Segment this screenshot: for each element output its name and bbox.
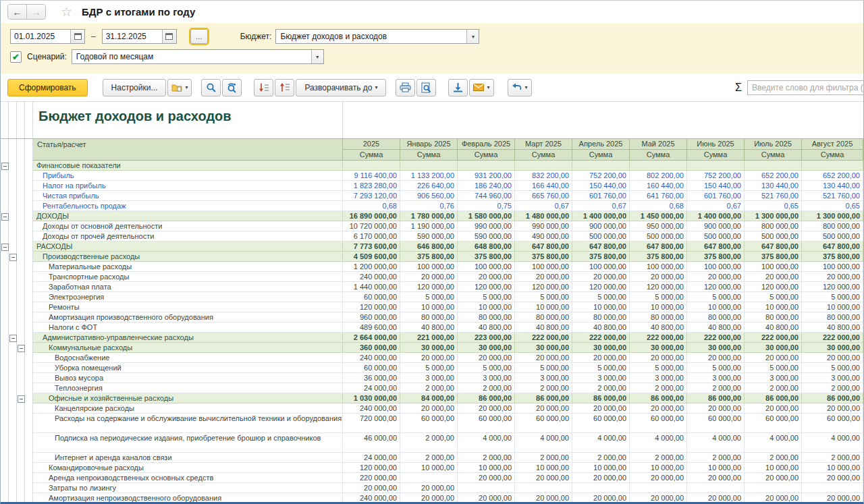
scenario-dropdown-button[interactable]: ▾ — [311, 50, 323, 63]
mail-button[interactable]: ▾ — [469, 79, 493, 96]
cell-value: 16 890 000,00 — [343, 211, 400, 221]
cell-value: 80 000,00 — [687, 312, 745, 323]
search-next-button[interactable] — [222, 79, 242, 96]
cell-value: 150 440,00 — [687, 181, 745, 191]
cell-value — [687, 161, 745, 171]
cell-value: 1 480 000,00 — [515, 211, 572, 221]
collapse-expander-icon[interactable] — [1, 244, 9, 251]
cell-value: 120 000,00 — [687, 282, 745, 292]
filter-panel: – ... Бюджет: ▾ ✔ Сценарий: ▾ — [1, 23, 863, 74]
tree-gutter — [1, 353, 9, 363]
collapse-expander-icon[interactable] — [9, 254, 17, 261]
collapse-expander-icon[interactable] — [9, 335, 17, 342]
row-label[interactable]: Налог на прибыль — [33, 181, 343, 191]
report-variants-button[interactable]: ▾ — [167, 79, 192, 96]
save-button[interactable] — [448, 79, 468, 96]
tree-gutter — [17, 414, 25, 433]
cell-value: 5 000,00 — [687, 292, 745, 302]
date-to-input[interactable] — [103, 30, 162, 43]
row-label: Водоснабжение — [33, 353, 343, 363]
date-from-input[interactable] — [11, 30, 70, 43]
col-subheader: Сумма — [515, 150, 572, 161]
table-row: Расходы на содержание и обслуживание выч… — [1, 414, 863, 433]
date-to-calendar-button[interactable] — [162, 30, 176, 43]
scenario-input[interactable] — [72, 50, 311, 63]
tree-gutter — [25, 312, 33, 323]
scenario-checkbox[interactable]: ✔ — [10, 51, 22, 63]
cell-value: 60 000,00 — [802, 414, 863, 433]
tree-gutter — [9, 414, 17, 433]
cell-value: 489 600,00 — [343, 323, 400, 333]
cell-value: 20 000,00 — [630, 473, 687, 483]
cell-value: 86 000,00 — [745, 393, 802, 403]
cell-value: 60 000,00 — [458, 414, 515, 433]
collapse-expander-icon[interactable] — [1, 213, 9, 221]
tree-gutter — [1, 414, 9, 433]
collapse-rows-button[interactable] — [275, 79, 294, 96]
tree-gutter — [25, 221, 33, 231]
cell-value: 100 000,00 — [687, 262, 745, 272]
print-button[interactable] — [396, 79, 415, 96]
preview-button[interactable] — [416, 79, 436, 96]
tree-gutter — [9, 262, 17, 272]
cell-value: 222 000,00 — [745, 333, 802, 343]
cell-value: 4 000,00 — [572, 433, 630, 453]
chevron-down-icon: ▾ — [472, 34, 475, 40]
cell-value: 3 000,00 — [802, 373, 863, 383]
tree-gutter — [9, 292, 17, 302]
table-row: Прибыль9 116 400,001 133 200,00931 200,0… — [1, 171, 863, 181]
col-header: Апрель 2025 — [572, 139, 630, 150]
generate-button[interactable]: Сформировать — [7, 79, 88, 96]
collapse-expander-icon[interactable] — [18, 345, 25, 352]
cell-value — [343, 161, 400, 171]
cell-value: 2 000,00 — [745, 383, 802, 393]
cell-value: 4 509 600,00 — [343, 252, 400, 262]
row-label: РАСХОДЫ — [33, 242, 343, 252]
cell-value: 1 133 200,00 — [400, 171, 458, 181]
collapse-expander-icon[interactable] — [1, 163, 9, 170]
favorite-star-icon[interactable]: ☆ — [61, 5, 72, 18]
budget-dropdown-button[interactable]: ▾ — [466, 30, 479, 43]
expand-rows-button[interactable] — [254, 79, 273, 96]
cell-value: 720 000,00 — [343, 414, 400, 433]
cell-value: 5 000,00 — [745, 363, 802, 373]
tree-gutter — [1, 262, 9, 272]
collapse-expander-icon[interactable] — [18, 395, 25, 403]
cell-value: 24 000,00 — [343, 453, 400, 463]
tree-gutter — [17, 139, 25, 161]
quick-filter-input[interactable] — [747, 80, 864, 95]
row-label[interactable]: Прибыль — [33, 171, 343, 181]
cell-value: 5 000,00 — [802, 292, 863, 302]
cell-value: 5 000,00 — [630, 292, 687, 302]
cell-value: 0,67 — [515, 201, 572, 211]
cell-value: 10 000,00 — [572, 302, 630, 312]
period-more-button[interactable]: ... — [190, 29, 208, 44]
cell-value: 80 000,00 — [400, 312, 458, 323]
back-button[interactable]: ← — [8, 5, 26, 19]
tree-gutter — [25, 292, 33, 302]
settings-button[interactable]: Настройки... — [103, 79, 167, 96]
cell-value: 7 773 600,00 — [343, 242, 400, 252]
budget-input[interactable] — [276, 30, 466, 43]
expand-to-button[interactable]: Разворачивать до ▾ — [296, 79, 386, 96]
cell-value: 30 000,00 — [400, 343, 458, 353]
cell-value: 1 300 000,00 — [802, 211, 863, 221]
cell-value: 647 800,00 — [687, 242, 745, 252]
chevron-down-icon: ▾ — [185, 84, 188, 90]
cell-value: 2 000,00 — [458, 453, 515, 463]
tree-gutter — [9, 483, 17, 493]
date-from-calendar-button[interactable] — [70, 30, 84, 43]
tree-gutter — [17, 221, 25, 231]
cell-value: 40 800,00 — [572, 323, 630, 333]
row-label[interactable]: Чистая прибыль — [33, 191, 343, 201]
cell-value: 990 000,00 — [458, 221, 515, 231]
cell-value: 9 116 400,00 — [343, 171, 400, 181]
row-label[interactable]: Рентабельность продаж — [33, 201, 343, 211]
resend-button[interactable]: ▾ — [508, 79, 532, 96]
forward-button[interactable]: → — [26, 5, 45, 19]
cell-value: 906 560,00 — [400, 191, 458, 201]
cell-value: 60 000,00 — [687, 414, 745, 433]
search-button[interactable] — [201, 79, 221, 96]
cell-value: 240 000,00 — [343, 353, 400, 363]
date-from-field — [10, 29, 85, 44]
